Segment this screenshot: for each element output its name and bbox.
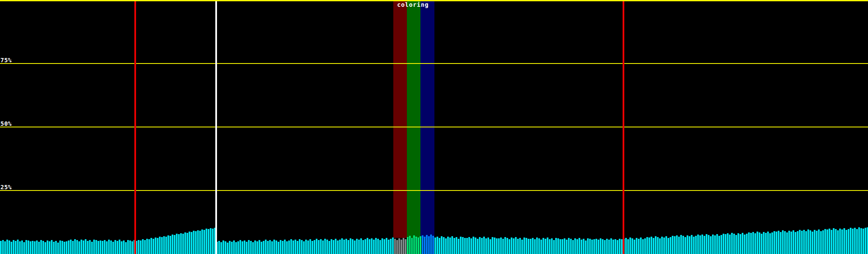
- red-event-marker-line: [134, 1, 136, 254]
- white-event-marker-line: [215, 1, 217, 254]
- top-border-line: [0, 0, 868, 1]
- coloring-label: coloring: [397, 2, 429, 8]
- red-event-marker-line: [623, 1, 624, 254]
- event-markers-layer: [0, 0, 868, 254]
- profiler-chart: 25%50%75% coloring: [0, 0, 868, 254]
